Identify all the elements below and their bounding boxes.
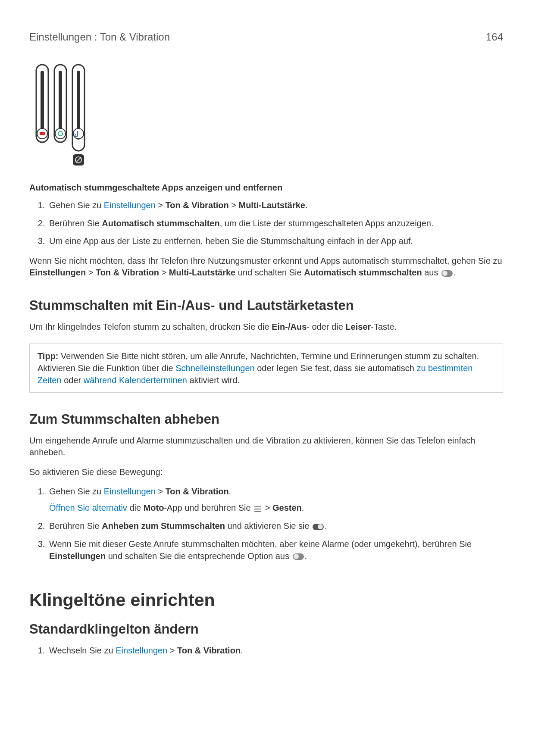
steps-ringtone: Wechseln Sie zu Einstellungen > Ton & Vi… bbox=[29, 645, 503, 657]
bold: Ton & Vibration bbox=[166, 487, 229, 496]
heading-power-volume-mute: Stummschalten mit Ein-/Aus- und Lautstär… bbox=[29, 298, 503, 313]
text: > bbox=[159, 268, 169, 277]
text: - oder die bbox=[307, 322, 345, 331]
horizontal-rule bbox=[29, 577, 503, 577]
text: > bbox=[167, 646, 177, 655]
text: > bbox=[86, 268, 96, 277]
text: Um Ihr klingelndes Telefon stumm zu scha… bbox=[29, 322, 272, 331]
toggle-on-icon bbox=[313, 524, 324, 530]
breadcrumb: Einstellungen : Ton & Vibration bbox=[29, 31, 170, 43]
bold: Moto bbox=[144, 503, 164, 512]
text: -Taste. bbox=[371, 322, 397, 331]
bold: Multi-Lautstärke bbox=[238, 200, 305, 210]
text: . bbox=[229, 487, 232, 496]
text: oder legen Sie fest, dass sie automatisc… bbox=[255, 363, 417, 373]
text: Berühren Sie bbox=[49, 219, 102, 228]
page-header: Einstellungen : Ton & Vibration 164 bbox=[29, 31, 503, 43]
toggle-off-icon bbox=[441, 270, 453, 277]
text: , um die Liste der stummgeschalteten App… bbox=[220, 219, 434, 228]
link-alternativ[interactable]: Öffnen Sie alternativ bbox=[49, 503, 127, 512]
text: und aktivieren Sie sie bbox=[225, 521, 312, 531]
svg-point-6 bbox=[55, 128, 66, 139]
text: Berühren Sie bbox=[49, 521, 102, 531]
bold: Einstellungen bbox=[49, 551, 106, 561]
hamburger-menu-icon bbox=[254, 503, 262, 515]
step-3: Wenn Sie mit dieser Geste Anrufe stummsc… bbox=[47, 538, 503, 562]
bold: Ton & Vibration bbox=[166, 200, 229, 210]
text: Wechseln Sie zu bbox=[49, 646, 116, 655]
text: > bbox=[229, 200, 239, 210]
text: und schalten Sie die entsprechende Optio… bbox=[106, 551, 291, 561]
link-einstellungen[interactable]: Einstellungen bbox=[116, 646, 167, 655]
text: . bbox=[454, 268, 456, 277]
tip-label: Tipp: bbox=[38, 351, 59, 361]
paragraph-lift-intro: Um eingehende Anrufe und Alarme stummzus… bbox=[29, 435, 503, 459]
step-2: Berühren Sie Automatisch stummschalten, … bbox=[47, 218, 503, 230]
svg-rect-5 bbox=[59, 71, 62, 131]
text: . bbox=[302, 503, 304, 512]
bold: Automatisch stummschalten bbox=[304, 268, 422, 277]
tip-box: Tipp: Verwenden Sie Bitte nicht stören, … bbox=[29, 344, 503, 393]
text: -App und berühren Sie bbox=[164, 503, 253, 512]
volume-sliders-illustration bbox=[33, 60, 503, 168]
sub-paragraph: Öffnen Sie alternativ die Moto-App und b… bbox=[49, 502, 503, 515]
text: . bbox=[241, 646, 243, 655]
toggle-off-icon bbox=[293, 553, 304, 560]
paragraph-auto-mute-off: Wenn Sie nicht möchten, dass Ihr Telefon… bbox=[29, 255, 503, 279]
text: die bbox=[127, 503, 144, 512]
text: aus bbox=[422, 268, 441, 277]
svg-rect-1 bbox=[41, 71, 44, 131]
paragraph-activate: So aktivieren Sie diese Bewegung: bbox=[29, 466, 503, 478]
text: oder bbox=[62, 375, 84, 385]
text: aktiviert wird. bbox=[187, 375, 240, 385]
bold: Ein-/Aus bbox=[272, 322, 307, 331]
svg-point-11 bbox=[75, 145, 76, 146]
svg-point-13 bbox=[80, 145, 81, 146]
text: . bbox=[305, 200, 308, 210]
svg-point-12 bbox=[78, 145, 79, 146]
bold: Anheben zum Stummschalten bbox=[102, 521, 225, 531]
step-1: Gehen Sie zu Einstellungen > Ton & Vibra… bbox=[47, 200, 503, 212]
subheading-auto-muted-apps: Automatisch stummgeschaltete Apps anzeig… bbox=[29, 183, 503, 193]
text: Gehen Sie zu bbox=[49, 487, 104, 496]
link-schnelleinstellungen[interactable]: Schnelleinstellungen bbox=[175, 363, 254, 373]
text: und schalten Sie bbox=[235, 268, 304, 277]
paragraph-power-mute: Um Ihr klingelndes Telefon stumm zu scha… bbox=[29, 321, 503, 333]
text: > bbox=[156, 487, 166, 496]
page-number: 164 bbox=[486, 31, 503, 43]
step-1: Wechseln Sie zu Einstellungen > Ton & Vi… bbox=[47, 645, 503, 657]
text: > bbox=[156, 200, 166, 210]
steps-lift-to-mute: Gehen Sie zu Einstellungen > Ton & Vibra… bbox=[29, 486, 503, 562]
bold: Ton & Vibration bbox=[177, 646, 241, 655]
step-3: Um eine App aus der Liste zu entfernen, … bbox=[47, 235, 503, 247]
heading-ringtones: Klingeltöne einrichten bbox=[29, 590, 503, 610]
text: > bbox=[263, 503, 272, 512]
step-2: Berühren Sie Anheben zum Stummschalten u… bbox=[47, 520, 503, 532]
svg-point-10 bbox=[73, 128, 84, 139]
svg-rect-3 bbox=[40, 132, 45, 135]
text: Gehen Sie zu bbox=[49, 200, 104, 210]
steps-auto-muted: Gehen Sie zu Einstellungen > Ton & Vibra… bbox=[29, 200, 503, 247]
text: Wenn Sie mit dieser Geste Anrufe stummsc… bbox=[49, 539, 472, 549]
link-einstellungen[interactable]: Einstellungen bbox=[104, 487, 156, 496]
bold: Multi-Lautstärke bbox=[169, 268, 235, 277]
link-kalender[interactable]: während Kalenderterminen bbox=[84, 375, 187, 385]
step-1: Gehen Sie zu Einstellungen > Ton & Vibra… bbox=[47, 486, 503, 514]
bold: Leiser bbox=[345, 322, 371, 331]
text: . bbox=[305, 551, 307, 561]
bold: Einstellungen bbox=[29, 268, 86, 277]
heading-lift-to-mute: Zum Stummschalten abheben bbox=[29, 412, 503, 427]
bold: Gesten bbox=[272, 503, 302, 512]
bold: Ton & Vibration bbox=[96, 268, 159, 277]
text: Wenn Sie nicht möchten, dass Ihr Telefon… bbox=[29, 256, 502, 266]
link-einstellungen[interactable]: Einstellungen bbox=[104, 200, 156, 210]
bold: Automatisch stummschalten bbox=[102, 219, 219, 228]
text: . bbox=[325, 521, 327, 531]
heading-default-ringtone: Standardklingelton ändern bbox=[29, 622, 503, 637]
